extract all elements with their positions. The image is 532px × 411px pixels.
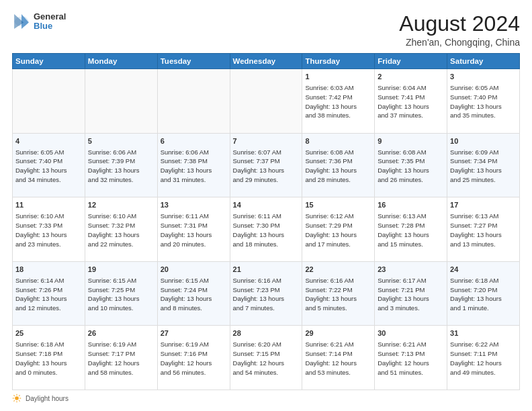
calendar-day-header: Saturday [447,54,520,69]
day-info-line: and 53 minutes. [305,368,371,377]
day-info-line: Sunset: 7:42 PM [305,93,371,102]
day-info-line: Daylight: 13 hours [450,230,517,240]
day-info-line: and 5 minutes. [305,304,371,313]
day-info-line: Daylight: 13 hours [15,294,82,304]
day-number: 7 [233,136,300,147]
day-number: 27 [161,328,227,339]
calendar-cell: 13Sunrise: 6:11 AMSunset: 7:31 PMDayligh… [157,197,230,262]
day-info-line: Daylight: 13 hours [378,294,444,304]
day-info-line: Sunset: 7:33 PM [15,221,82,230]
day-info-line: Sunset: 7:23 PM [233,285,300,295]
calendar-cell: 3Sunrise: 6:05 AMSunset: 7:40 PMDaylight… [447,69,520,134]
location: Zhen'an, Chongqing, China [399,37,520,48]
day-number: 20 [161,265,227,275]
day-info-line: Sunrise: 6:21 AM [378,340,444,349]
calendar-cell: 2Sunrise: 6:04 AMSunset: 7:41 PMDaylight… [375,69,447,134]
day-number: 19 [88,265,154,275]
title-block: August 2024 Zhen'an, Chongqing, China [399,12,520,48]
calendar-cell: 14Sunrise: 6:11 AMSunset: 7:30 PMDayligh… [230,197,302,262]
day-info-line: Sunset: 7:13 PM [378,349,444,359]
day-info-line: Sunrise: 6:20 AM [233,340,300,349]
day-info-line: Daylight: 13 hours [378,230,444,240]
day-info-line: Daylight: 13 hours [15,166,82,175]
day-info-line: Sunrise: 6:09 AM [450,148,517,157]
day-info-line: Daylight: 13 hours [305,230,371,240]
day-info-line: Sunrise: 6:21 AM [305,340,371,349]
day-info-line: and 56 minutes. [161,368,227,377]
day-info-line: and 51 minutes. [378,368,444,377]
day-info-line: Sunrise: 6:12 AM [305,212,371,221]
calendar-cell: 10Sunrise: 6:09 AMSunset: 7:34 PMDayligh… [447,133,520,197]
calendar-cell: 21Sunrise: 6:16 AMSunset: 7:23 PMDayligh… [230,261,302,326]
day-info-line: Daylight: 13 hours [88,230,154,240]
day-number: 23 [378,265,444,275]
day-info-line: Sunset: 7:17 PM [88,349,154,359]
day-number: 24 [450,265,517,275]
day-info-line: Daylight: 13 hours [450,294,517,304]
calendar-header-row: SundayMondayTuesdayWednesdayThursdayFrid… [13,54,520,69]
day-number: 2 [378,72,444,83]
day-info-line: Sunrise: 6:06 AM [161,148,227,157]
day-info-line: Daylight: 13 hours [305,102,371,111]
day-info-line: Sunset: 7:11 PM [450,349,517,359]
day-info-line: Sunrise: 6:17 AM [378,276,444,285]
logo-line1: General [34,12,66,21]
calendar-week-row: 11Sunrise: 6:10 AMSunset: 7:33 PMDayligh… [13,197,520,262]
day-info-line: Sunset: 7:30 PM [233,221,300,230]
day-info-line: Sunset: 7:37 PM [233,156,300,166]
day-info-line: Sunrise: 6:15 AM [161,276,227,285]
day-info-line: Sunrise: 6:16 AM [233,276,300,285]
day-info-line: and 32 minutes. [88,175,154,185]
day-info-line: Sunset: 7:24 PM [161,285,227,295]
day-info-line: and 20 minutes. [161,240,227,249]
day-info-line: Sunset: 7:20 PM [450,285,517,295]
day-info-line: Sunset: 7:26 PM [15,285,82,295]
day-number: 11 [15,200,82,211]
day-number: 4 [15,136,82,147]
day-info-line: Sunrise: 6:03 AM [305,83,371,93]
day-number: 9 [378,136,444,147]
day-info-line: Sunrise: 6:13 AM [450,212,517,221]
day-info-line: and 31 minutes. [161,175,227,185]
day-number: 5 [88,136,154,147]
day-info-line: Sunrise: 6:14 AM [15,276,82,285]
day-info-line: Sunrise: 6:10 AM [15,212,82,221]
day-info-line: Daylight: 12 hours [305,359,371,368]
day-info-line: and 23 minutes. [15,240,82,249]
calendar-week-row: 1Sunrise: 6:03 AMSunset: 7:42 PMDaylight… [13,69,520,134]
calendar-cell: 20Sunrise: 6:15 AMSunset: 7:24 PMDayligh… [157,261,230,326]
day-info-line: Sunset: 7:40 PM [450,93,517,102]
calendar-cell: 4Sunrise: 6:05 AMSunset: 7:40 PMDaylight… [13,133,85,197]
day-info-line: Sunrise: 6:04 AM [378,83,444,93]
day-info-line: and 29 minutes. [233,175,300,185]
day-number: 28 [233,328,300,339]
calendar-cell: 31Sunrise: 6:22 AMSunset: 7:11 PMDayligh… [447,326,520,390]
day-number: 26 [88,328,154,339]
calendar-cell [157,69,230,134]
day-info-line: Daylight: 12 hours [450,359,517,368]
calendar-cell: 5Sunrise: 6:06 AMSunset: 7:39 PMDaylight… [85,133,157,197]
day-info-line: Sunset: 7:32 PM [88,221,154,230]
svg-point-1 [15,396,19,400]
day-info-line: and 17 minutes. [305,240,371,249]
day-info-line: Daylight: 13 hours [233,166,300,175]
day-info-line: Sunrise: 6:05 AM [15,148,82,157]
day-number: 10 [450,136,517,147]
day-info-line: Daylight: 13 hours [161,166,227,175]
calendar-cell: 22Sunrise: 6:16 AMSunset: 7:22 PMDayligh… [302,261,375,326]
footer: Daylight hours [12,394,520,403]
day-info-line: Daylight: 13 hours [15,230,82,240]
day-number: 16 [378,200,444,211]
logo-text: General Blue [34,12,66,32]
day-info-line: Daylight: 13 hours [161,294,227,304]
calendar-week-row: 18Sunrise: 6:14 AMSunset: 7:26 PMDayligh… [13,261,520,326]
calendar-week-row: 25Sunrise: 6:18 AMSunset: 7:18 PMDayligh… [13,326,520,390]
day-info-line: Sunset: 7:27 PM [450,221,517,230]
day-info-line: Sunrise: 6:05 AM [450,83,517,93]
day-info-line: Sunrise: 6:10 AM [88,212,154,221]
day-info-line: Sunrise: 6:22 AM [450,340,517,349]
day-info-line: Sunrise: 6:19 AM [88,340,154,349]
day-info-line: and 7 minutes. [233,304,300,313]
calendar-cell: 1Sunrise: 6:03 AMSunset: 7:42 PMDaylight… [302,69,375,134]
calendar-cell: 24Sunrise: 6:18 AMSunset: 7:20 PMDayligh… [447,261,520,326]
